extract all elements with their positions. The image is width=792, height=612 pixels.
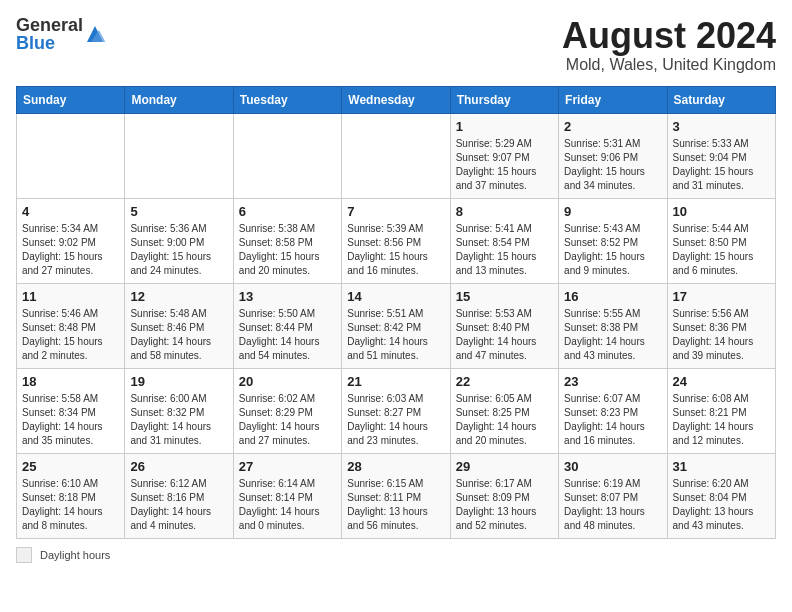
day-info: Sunrise: 5:31 AM Sunset: 9:06 PM Dayligh…: [564, 137, 661, 193]
day-number: 10: [673, 204, 770, 219]
calendar-table: SundayMondayTuesdayWednesdayThursdayFrid…: [16, 86, 776, 539]
calendar-cell: 17Sunrise: 5:56 AM Sunset: 8:36 PM Dayli…: [667, 283, 775, 368]
calendar-header: SundayMondayTuesdayWednesdayThursdayFrid…: [17, 86, 776, 113]
day-number: 14: [347, 289, 444, 304]
day-number: 13: [239, 289, 336, 304]
calendar-cell: 23Sunrise: 6:07 AM Sunset: 8:23 PM Dayli…: [559, 368, 667, 453]
day-number: 1: [456, 119, 553, 134]
day-info: Sunrise: 5:53 AM Sunset: 8:40 PM Dayligh…: [456, 307, 553, 363]
day-info: Sunrise: 5:41 AM Sunset: 8:54 PM Dayligh…: [456, 222, 553, 278]
day-number: 24: [673, 374, 770, 389]
day-info: Sunrise: 5:51 AM Sunset: 8:42 PM Dayligh…: [347, 307, 444, 363]
calendar-cell: 4Sunrise: 5:34 AM Sunset: 9:02 PM Daylig…: [17, 198, 125, 283]
calendar-cell: 14Sunrise: 5:51 AM Sunset: 8:42 PM Dayli…: [342, 283, 450, 368]
calendar-cell: [17, 113, 125, 198]
day-number: 30: [564, 459, 661, 474]
week-row-4: 18Sunrise: 5:58 AM Sunset: 8:34 PM Dayli…: [17, 368, 776, 453]
calendar-cell: 31Sunrise: 6:20 AM Sunset: 8:04 PM Dayli…: [667, 453, 775, 538]
day-info: Sunrise: 5:46 AM Sunset: 8:48 PM Dayligh…: [22, 307, 119, 363]
week-row-5: 25Sunrise: 6:10 AM Sunset: 8:18 PM Dayli…: [17, 453, 776, 538]
calendar-cell: 16Sunrise: 5:55 AM Sunset: 8:38 PM Dayli…: [559, 283, 667, 368]
day-number: 27: [239, 459, 336, 474]
day-info: Sunrise: 5:55 AM Sunset: 8:38 PM Dayligh…: [564, 307, 661, 363]
legend-label: Daylight hours: [40, 549, 110, 561]
legend-area: Daylight hours: [16, 547, 776, 563]
day-info: Sunrise: 6:10 AM Sunset: 8:18 PM Dayligh…: [22, 477, 119, 533]
calendar-cell: 1Sunrise: 5:29 AM Sunset: 9:07 PM Daylig…: [450, 113, 558, 198]
calendar-cell: 9Sunrise: 5:43 AM Sunset: 8:52 PM Daylig…: [559, 198, 667, 283]
day-info: Sunrise: 5:34 AM Sunset: 9:02 PM Dayligh…: [22, 222, 119, 278]
day-info: Sunrise: 5:44 AM Sunset: 8:50 PM Dayligh…: [673, 222, 770, 278]
day-number: 17: [673, 289, 770, 304]
day-number: 11: [22, 289, 119, 304]
calendar-cell: 28Sunrise: 6:15 AM Sunset: 8:11 PM Dayli…: [342, 453, 450, 538]
day-info: Sunrise: 5:48 AM Sunset: 8:46 PM Dayligh…: [130, 307, 227, 363]
day-number: 23: [564, 374, 661, 389]
day-number: 26: [130, 459, 227, 474]
main-title: August 2024: [562, 16, 776, 56]
header-area: General Blue August 2024 Mold, Wales, Un…: [16, 16, 776, 74]
calendar-cell: 8Sunrise: 5:41 AM Sunset: 8:54 PM Daylig…: [450, 198, 558, 283]
logo-general: General: [16, 16, 83, 34]
header-cell-tuesday: Tuesday: [233, 86, 341, 113]
subtitle: Mold, Wales, United Kingdom: [562, 56, 776, 74]
day-number: 25: [22, 459, 119, 474]
calendar-cell: 20Sunrise: 6:02 AM Sunset: 8:29 PM Dayli…: [233, 368, 341, 453]
day-info: Sunrise: 5:39 AM Sunset: 8:56 PM Dayligh…: [347, 222, 444, 278]
day-info: Sunrise: 6:14 AM Sunset: 8:14 PM Dayligh…: [239, 477, 336, 533]
header-cell-thursday: Thursday: [450, 86, 558, 113]
day-number: 12: [130, 289, 227, 304]
calendar-cell: [233, 113, 341, 198]
week-row-1: 1Sunrise: 5:29 AM Sunset: 9:07 PM Daylig…: [17, 113, 776, 198]
calendar-cell: 24Sunrise: 6:08 AM Sunset: 8:21 PM Dayli…: [667, 368, 775, 453]
header-cell-saturday: Saturday: [667, 86, 775, 113]
calendar-cell: 22Sunrise: 6:05 AM Sunset: 8:25 PM Dayli…: [450, 368, 558, 453]
logo: General Blue: [16, 16, 107, 52]
day-info: Sunrise: 6:20 AM Sunset: 8:04 PM Dayligh…: [673, 477, 770, 533]
calendar-cell: 2Sunrise: 5:31 AM Sunset: 9:06 PM Daylig…: [559, 113, 667, 198]
day-number: 19: [130, 374, 227, 389]
logo-blue: Blue: [16, 34, 83, 52]
day-info: Sunrise: 6:03 AM Sunset: 8:27 PM Dayligh…: [347, 392, 444, 448]
calendar-cell: 19Sunrise: 6:00 AM Sunset: 8:32 PM Dayli…: [125, 368, 233, 453]
calendar-cell: 18Sunrise: 5:58 AM Sunset: 8:34 PM Dayli…: [17, 368, 125, 453]
day-info: Sunrise: 6:00 AM Sunset: 8:32 PM Dayligh…: [130, 392, 227, 448]
logo-icon: [83, 22, 107, 46]
calendar-cell: 27Sunrise: 6:14 AM Sunset: 8:14 PM Dayli…: [233, 453, 341, 538]
day-info: Sunrise: 6:02 AM Sunset: 8:29 PM Dayligh…: [239, 392, 336, 448]
day-info: Sunrise: 5:36 AM Sunset: 9:00 PM Dayligh…: [130, 222, 227, 278]
day-number: 6: [239, 204, 336, 219]
day-number: 7: [347, 204, 444, 219]
calendar-cell: 11Sunrise: 5:46 AM Sunset: 8:48 PM Dayli…: [17, 283, 125, 368]
day-info: Sunrise: 5:56 AM Sunset: 8:36 PM Dayligh…: [673, 307, 770, 363]
calendar-cell: 15Sunrise: 5:53 AM Sunset: 8:40 PM Dayli…: [450, 283, 558, 368]
calendar-body: 1Sunrise: 5:29 AM Sunset: 9:07 PM Daylig…: [17, 113, 776, 538]
day-number: 18: [22, 374, 119, 389]
calendar-cell: 5Sunrise: 5:36 AM Sunset: 9:00 PM Daylig…: [125, 198, 233, 283]
day-number: 29: [456, 459, 553, 474]
day-number: 22: [456, 374, 553, 389]
legend-box: [16, 547, 32, 563]
day-info: Sunrise: 6:15 AM Sunset: 8:11 PM Dayligh…: [347, 477, 444, 533]
day-number: 21: [347, 374, 444, 389]
day-info: Sunrise: 5:50 AM Sunset: 8:44 PM Dayligh…: [239, 307, 336, 363]
day-number: 15: [456, 289, 553, 304]
day-info: Sunrise: 6:07 AM Sunset: 8:23 PM Dayligh…: [564, 392, 661, 448]
calendar-cell: [125, 113, 233, 198]
week-row-2: 4Sunrise: 5:34 AM Sunset: 9:02 PM Daylig…: [17, 198, 776, 283]
day-info: Sunrise: 5:33 AM Sunset: 9:04 PM Dayligh…: [673, 137, 770, 193]
day-number: 5: [130, 204, 227, 219]
day-info: Sunrise: 5:29 AM Sunset: 9:07 PM Dayligh…: [456, 137, 553, 193]
day-info: Sunrise: 6:17 AM Sunset: 8:09 PM Dayligh…: [456, 477, 553, 533]
header-cell-friday: Friday: [559, 86, 667, 113]
day-number: 20: [239, 374, 336, 389]
calendar-cell: 13Sunrise: 5:50 AM Sunset: 8:44 PM Dayli…: [233, 283, 341, 368]
calendar-cell: 7Sunrise: 5:39 AM Sunset: 8:56 PM Daylig…: [342, 198, 450, 283]
day-info: Sunrise: 6:05 AM Sunset: 8:25 PM Dayligh…: [456, 392, 553, 448]
day-number: 16: [564, 289, 661, 304]
header-cell-sunday: Sunday: [17, 86, 125, 113]
day-info: Sunrise: 5:38 AM Sunset: 8:58 PM Dayligh…: [239, 222, 336, 278]
day-number: 9: [564, 204, 661, 219]
calendar-cell: 6Sunrise: 5:38 AM Sunset: 8:58 PM Daylig…: [233, 198, 341, 283]
calendar-cell: [342, 113, 450, 198]
